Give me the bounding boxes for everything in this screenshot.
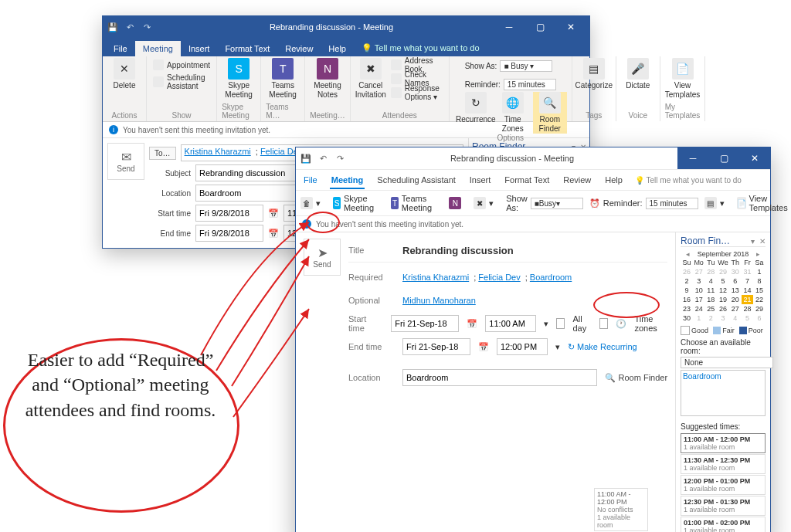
scheduling-assistant-button[interactable]: Scheduling Assistant [151,75,212,89]
save-icon[interactable]: 💾 [299,151,313,165]
suggested-time[interactable]: 11:30 AM - 12:30 PM1 available room [681,454,766,474]
dictate-button[interactable]: 🎤Dictate [621,58,655,90]
start-date[interactable] [195,205,263,222]
redo-icon[interactable]: ↷ [333,151,347,165]
allday-checkbox[interactable] [556,318,565,329]
suggested-time[interactable]: 11:00 AM - 12:00 PM1 available room [681,433,766,453]
tab-format[interactable]: Format Text [217,41,277,56]
undo-icon[interactable]: ↶ [316,151,330,165]
suggested-time[interactable]: 01:00 PM - 02:00 PM1 available room [681,517,766,532]
attendee[interactable]: Midhun Manoharan [402,296,476,305]
response-options-button[interactable]: Response Options ▾ [389,86,444,100]
timezones-checkbox[interactable] [599,318,608,329]
timezones-button[interactable]: 🌐Time Zones [496,92,530,134]
tell-me[interactable]: 💡 Tell me what you want to do [354,40,487,56]
tab-file[interactable]: File [106,41,135,56]
teams-meeting-button[interactable]: TTeams Meeting [266,58,300,100]
showas-select[interactable]: ■ Busy ▾ [500,60,552,72]
tab-help[interactable]: Help [603,172,624,188]
attendee[interactable]: Boardroom [530,273,572,282]
to-button[interactable]: To… [149,147,176,160]
save-icon[interactable]: 💾 [106,20,120,34]
attendee[interactable]: Kristina Kharazmi [402,273,469,282]
calendar-icon[interactable]: 📅 [467,319,477,329]
maximize-button[interactable]: ▢ [708,147,739,169]
suggested-time[interactable]: 12:30 PM - 01:30 PM1 available room [681,496,766,516]
tab-meeting[interactable]: Meeting [330,172,365,189]
tab-review[interactable]: Review [277,41,321,56]
cancel-invitation-button[interactable]: ✖▾ [474,197,494,209]
group-voice: Voice [629,111,647,120]
room-finder-button[interactable]: 🔍 Room Finder [605,373,667,383]
suggestion-callout: 11:00 AM - 12:00 PM No conflicts 1 avail… [594,488,648,531]
end-date[interactable] [402,338,470,355]
suggested-time[interactable]: 12:00 PM - 01:00 PM1 available room [681,475,766,495]
tab-insert[interactable]: Insert [468,172,493,188]
view-templates-button[interactable]: 📄View Templates [737,194,791,212]
tab-scheduling[interactable]: Scheduling Assistant [375,172,457,188]
delete-button[interactable]: 🗑▾ [300,197,321,209]
group-attendees: Attendees [382,111,417,120]
required-field[interactable]: Kristina Kharazmi; Felicia Dev; Boardroo… [402,273,576,282]
start-date[interactable] [391,315,459,332]
appointment-button[interactable]: Appointment [151,58,212,72]
group-skype: Skype Meeting [222,103,256,120]
showas-select[interactable]: ■Busy▾ [531,198,583,209]
undo-icon[interactable]: ↶ [123,20,137,34]
group-show: Show [172,111,192,120]
calendar-icon[interactable]: 📅 [268,229,279,239]
attendee[interactable]: Felicia Dev [478,273,520,282]
recurrence-button[interactable]: ↻Recurrence [459,92,493,124]
view-templates-button[interactable]: 📄View Templates [666,58,700,100]
tab-help[interactable]: Help [321,41,354,56]
timezones-label: Time zones [634,314,667,333]
send-button[interactable]: ➤Send [304,239,341,276]
redo-icon[interactable]: ↷ [140,20,154,34]
location-label: Location [149,189,191,198]
tab-format[interactable]: Format Text [503,172,551,188]
close-button[interactable]: ✕ [739,147,770,169]
make-recurring-link[interactable]: ↻ Make Recurring [568,342,637,352]
skype-meeting-button[interactable]: SSkype Meeting [333,194,379,212]
reminder-select[interactable]: 15 minutes [504,79,556,90]
available-rooms-list[interactable]: Boardroom [681,370,766,416]
info-icon: i [109,125,118,134]
rf-dropdown-icon[interactable]: ▾ [751,237,755,246]
location-field[interactable] [402,369,597,386]
room-finder-button[interactable]: 🔍Room Finder [533,92,567,134]
skype-meeting-button[interactable]: SSkype Meeting [222,58,256,100]
delete-button[interactable]: ✕Delete [107,58,141,90]
minimize-button[interactable]: ─ [677,147,708,169]
optional-field[interactable]: Midhun Manoharan [402,296,480,305]
tags-button[interactable]: ▤▾ [704,197,725,209]
calendar-icon[interactable]: 📅 [478,342,489,352]
rf-close-icon[interactable]: ✕ [759,237,766,246]
new-mini-calendar[interactable]: ◂September 2018▸ SuMoTuWeThFrSa 26272829… [681,250,766,323]
minimize-button[interactable]: ─ [494,16,525,38]
teams-meeting-button[interactable]: TTeams Meeting [391,194,436,212]
calendar-icon[interactable]: 📅 [268,208,279,219]
start-time[interactable] [485,315,536,332]
room-filter-select[interactable]: None [681,357,773,368]
send-button[interactable]: ✉Send [107,143,144,180]
end-date[interactable] [195,225,263,242]
group-actions: Actions [112,111,137,120]
tab-insert[interactable]: Insert [181,41,218,56]
rf-title: Room Fin… [681,236,730,246]
tell-me[interactable]: 💡 Tell me what you want to do [635,176,742,185]
tab-review[interactable]: Review [562,172,592,188]
meeting-notes-button[interactable]: NMeeting Notes [311,58,345,100]
tab-meeting[interactable]: Meeting [135,41,181,56]
onenote-button[interactable]: N [449,197,461,209]
reminder-label: Reminder: [465,80,501,89]
attendee[interactable]: Kristina Kharazmi [185,147,251,156]
tab-file[interactable]: File [302,172,319,188]
cancel-invitation-button[interactable]: ✖Cancel Invitation [355,58,386,100]
categorize-button[interactable]: ▤Categorize [577,58,611,90]
title-field[interactable]: Rebranding discussion [402,245,514,256]
close-button[interactable]: ✕ [555,16,586,38]
reminder-select[interactable]: 15 minutes [646,198,698,209]
maximize-button[interactable]: ▢ [525,16,555,38]
end-time[interactable] [497,338,548,355]
new-titlebar: 💾 ↶ ↷ Rebranding discussion - Meeting ─ … [296,147,770,170]
